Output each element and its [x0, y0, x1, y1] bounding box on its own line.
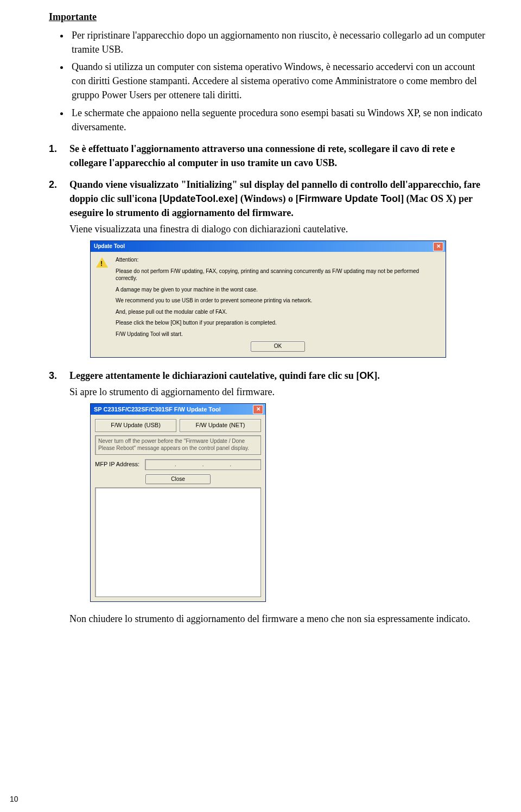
step-3-sub: Si apre lo strumento di aggiornamento de… [69, 385, 488, 399]
closing-note: Non chiudere lo strumento di aggiornamen… [69, 612, 488, 626]
step-1-text: Se è effettuato l'aggiornamento attraver… [69, 143, 455, 168]
dialog-line: A damage may be given to your machine in… [116, 286, 440, 294]
bullet-item: Quando si utilizza un computer con siste… [69, 60, 488, 102]
step-2-text-c: ] (Windows) o [ [234, 193, 298, 204]
warning-message-box: Never turn off the power before the "Fir… [95, 435, 261, 455]
step-3-text-c: ]. [374, 370, 380, 381]
steps-list: Se è effettuato l'aggiornamento attraver… [49, 142, 488, 626]
bullets-list: Per ripristinare l'apparecchio dopo un a… [49, 28, 488, 134]
step-2-sub: Viene visualizzata una finestra di dialo… [69, 222, 488, 236]
log-area [95, 487, 261, 597]
tab-fw-update-net[interactable]: F/W Update (NET) [180, 419, 261, 432]
close-icon[interactable]: ✕ [433, 242, 443, 251]
dialog-body-text: Attention: Please do not perform F/W upd… [116, 256, 440, 352]
tab-fw-update-usb[interactable]: F/W Update (USB) [95, 419, 176, 432]
step-3: Leggere attentamente le dichiarazioni ca… [49, 369, 488, 626]
ip-address-label: MFP IP Address: [95, 460, 139, 469]
warning-icon [96, 257, 109, 352]
ok-button[interactable]: OK [251, 341, 305, 352]
dialog-line: Please click the below [OK] button if yo… [116, 319, 440, 327]
step-1: Se è effettuato l'aggiornamento attraver… [49, 142, 488, 170]
dialog-titlebar: SP C231SF/C232SF/C301SF F/W Update Tool … [91, 404, 265, 415]
ip-address-input[interactable]: ... [145, 459, 261, 470]
step-3-text-a: Leggere attentamente le dichiarazioni ca… [69, 370, 359, 381]
update-tool-exe: UpdateTool.exe [163, 193, 235, 204]
bullet-item: Le schermate che appaiono nella seguente… [69, 106, 488, 134]
dialog-title: SP C231SF/C232SF/C301SF F/W Update Tool [94, 404, 221, 415]
ok-literal: OK [359, 370, 374, 381]
dialog-line: F/W Updating Tool will start. [116, 331, 440, 338]
step-2: Quando viene visualizzato "Initializing"… [49, 177, 488, 358]
close-icon[interactable]: ✕ [253, 405, 263, 414]
dialog-line: Please do not perform F/W updating, FAX,… [116, 268, 440, 282]
section-title: Importante [49, 10, 488, 24]
dialog-title: Update Tool [94, 241, 125, 252]
firmware-update-tool-label: Firmware Update Tool [298, 193, 401, 204]
dialog-fw-update-tool: SP C231SF/C232SF/C301SF F/W Update Tool … [90, 403, 266, 602]
bullet-item: Per ripristinare l'apparecchio dopo un a… [69, 28, 488, 56]
dialog-line: We recommend you to use USB in order to … [116, 297, 440, 304]
dialog-update-tool: Update Tool ✕ Attention: Please do not p… [90, 240, 446, 358]
dialog-line: And, please pull out the modular cable o… [116, 308, 440, 316]
close-button[interactable]: Close [145, 474, 211, 485]
attention-label: Attention: [116, 256, 440, 264]
dialog-titlebar: Update Tool ✕ [91, 241, 446, 252]
